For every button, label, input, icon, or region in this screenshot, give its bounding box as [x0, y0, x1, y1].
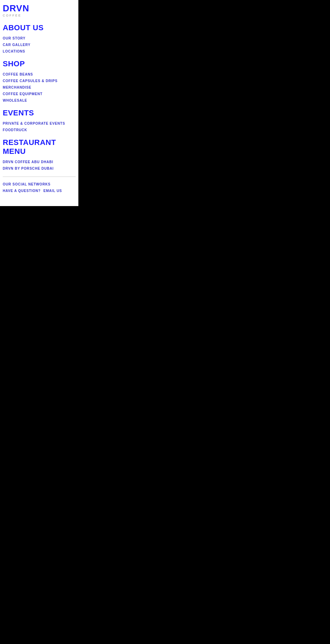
- nav-locations[interactable]: LOCATIONS: [3, 48, 76, 55]
- events-heading[interactable]: EVENTS: [3, 109, 76, 117]
- logo-sub: COFFEE: [3, 14, 76, 17]
- restaurant-heading[interactable]: RESTAURANT MENU: [3, 138, 76, 156]
- nav-drvn-by-porsche-dubai[interactable]: DRVN BY PORSCHE DUBAI: [3, 165, 76, 172]
- footer-contact-row: HAVE A QUESTION? EMAIL US: [3, 188, 76, 194]
- nav-have-question[interactable]: HAVE A QUESTION?: [3, 188, 41, 194]
- main-content: [78, 0, 330, 644]
- nav-email-us[interactable]: EMAIL US: [43, 188, 62, 194]
- logo-brand[interactable]: DRVN: [3, 3, 76, 13]
- about-heading[interactable]: ABOUT US: [3, 23, 76, 32]
- sidebar: DRVN COFFEE ABOUT US OUR STORY CAR GALLE…: [0, 0, 78, 206]
- nav-coffee-capsules[interactable]: COFFEE CAPSULES & DRIPS: [3, 78, 76, 84]
- shop-heading[interactable]: SHOP: [3, 59, 76, 68]
- nav-coffee-beans[interactable]: COFFEE BEANS: [3, 71, 76, 78]
- footer-divider: [3, 177, 76, 177]
- nav-wholesale[interactable]: WHOLESALE: [3, 97, 76, 104]
- nav-private-corporate[interactable]: PRIVATE & CORPORATE EVENTS: [3, 120, 76, 127]
- nav-our-story[interactable]: OUR STORY: [3, 35, 76, 42]
- nav-coffee-equipment[interactable]: COFFEE EQUIPMENT: [3, 91, 76, 97]
- nav-merchandise[interactable]: MERCHANDISE: [3, 84, 76, 91]
- nav-foodtruck[interactable]: FOODTRUCK: [3, 127, 76, 133]
- logo-area: DRVN COFFEE: [3, 3, 76, 19]
- nav-car-gallery[interactable]: CAR GALLERY: [3, 42, 76, 48]
- nav-drvn-coffee-abu-dhabi[interactable]: DRVN COFFEE ABU DHABI: [3, 159, 76, 165]
- nav-social-networks[interactable]: OUR SOCIAL NETWORKS: [3, 181, 76, 188]
